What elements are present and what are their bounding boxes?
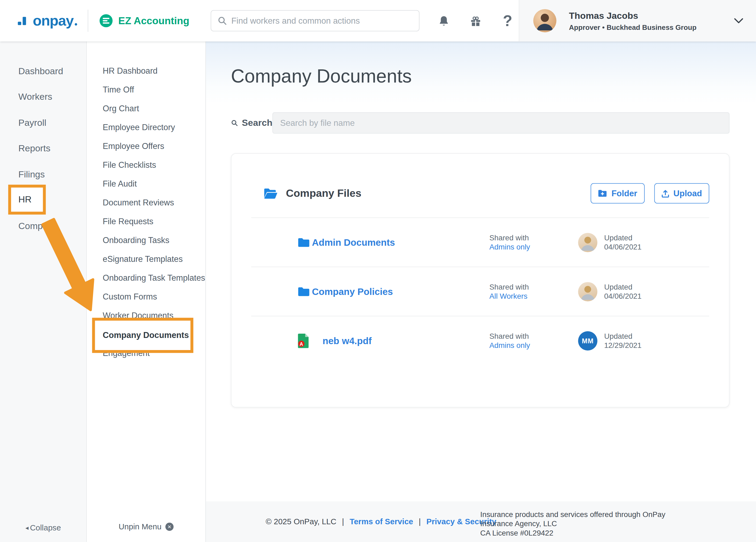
shared-with-link[interactable]: Admins only	[489, 242, 530, 252]
svg-text:A: A	[299, 341, 303, 347]
submenu-item-employee-offers[interactable]: Employee Offers	[87, 137, 205, 156]
submenu-item-time-off[interactable]: Time Off	[87, 80, 205, 99]
updated-date: 04/06/2021	[604, 242, 641, 252]
top-header: onpay EZ Accounting	[0, 0, 756, 41]
collapse-arrow-icon: ◂	[25, 524, 28, 531]
hr-submenu: HR Dashboard Time Off Org Chart Employee…	[87, 41, 206, 542]
file-search-row: Search	[231, 112, 729, 134]
folder-plus-icon	[598, 190, 607, 197]
submenu-item-file-checklists[interactable]: File Checklists	[87, 156, 205, 174]
sidebar-item-filings[interactable]: Filings	[0, 162, 86, 187]
new-folder-button[interactable]: Folder	[591, 183, 644, 203]
unpin-menu-label: Unpin Menu	[119, 522, 162, 531]
onpay-logo-mark	[17, 15, 30, 27]
company-brand-name: EZ Accounting	[118, 15, 189, 27]
upload-button[interactable]: Upload	[654, 183, 709, 203]
footer-separator: |	[342, 517, 344, 526]
submenu-item-org-chart[interactable]: Org Chart	[87, 99, 205, 118]
submenu-item-file-audit[interactable]: File Audit	[87, 174, 205, 193]
shared-with-label: Shared with	[489, 282, 529, 291]
updated-date: 12/29/2021	[604, 341, 641, 350]
user-avatar	[533, 9, 557, 32]
user-menu[interactable]: Thomas Jacobs Approver • Buckhead Busine…	[519, 0, 756, 41]
sidebar-item-dashboard[interactable]: Dashboard	[0, 58, 86, 84]
avatar-initials: MM	[582, 337, 594, 345]
updater-avatar	[578, 282, 597, 301]
unpin-menu-button[interactable]: Unpin Menu ✕	[87, 522, 205, 531]
file-search-field[interactable]	[272, 112, 729, 134]
question-mark-icon: ?	[503, 13, 512, 28]
page-title: Company Documents	[231, 66, 412, 87]
collapse-sidebar-button[interactable]: ◂ Collapse	[0, 523, 86, 532]
shared-with-link[interactable]: All Workers	[489, 291, 529, 301]
submenu-item-hr-dashboard[interactable]: HR Dashboard	[87, 62, 205, 81]
bell-icon	[438, 15, 450, 27]
updated-block: Updated 04/06/2021	[604, 233, 641, 251]
global-search-input[interactable]	[231, 16, 412, 26]
footer: © 2025 OnPay, LLC | Terms of Service | P…	[206, 501, 756, 542]
updated-label: Updated	[604, 282, 641, 291]
collapse-label: Collapse	[30, 523, 61, 532]
folder-icon	[298, 237, 310, 247]
sidebar-item-company[interactable]: Company	[0, 213, 86, 239]
shared-with-label: Shared with	[489, 233, 530, 242]
license-text: CA License #0L29422	[480, 528, 692, 538]
onpay-logo[interactable]: onpay	[17, 13, 77, 29]
updated-date: 04/06/2021	[604, 291, 641, 301]
shared-with-label: Shared with	[489, 331, 530, 341]
notifications-button[interactable]	[436, 13, 452, 29]
folder-link-company-policies[interactable]: Company Policies	[312, 286, 393, 297]
annotation-box-hr: HR	[8, 185, 46, 215]
file-search-input[interactable]	[280, 118, 722, 128]
person-silhouette-icon	[578, 233, 597, 252]
company-files-card: Company Files Folder	[231, 153, 729, 407]
submenu-item-onboarding-tasks[interactable]: Onboarding Tasks	[87, 231, 205, 250]
card-title: Company Files	[286, 187, 361, 200]
shared-with-block: Shared with Admins only	[489, 331, 530, 350]
submenu-item-onboarding-task-templates[interactable]: Onboarding Task Templates	[87, 269, 205, 287]
sidebar-item-workers[interactable]: Workers	[0, 84, 86, 110]
submenu-item-custom-forms[interactable]: Custom Forms	[87, 287, 205, 306]
main-content: Company Documents Search Company Files	[206, 41, 756, 501]
updater-avatar	[578, 233, 597, 252]
file-link-neb-w4-pdf[interactable]: neb w4.pdf	[323, 335, 372, 346]
circle-x-icon: ✕	[165, 523, 173, 531]
global-search[interactable]	[211, 10, 419, 31]
updated-label: Updated	[604, 233, 641, 242]
gift-icon	[470, 15, 482, 27]
copyright-text: © 2025 OnPay, LLC	[266, 517, 336, 526]
user-name: Thomas Jacobs	[569, 10, 697, 21]
submenu-item-document-reviews[interactable]: Document Reviews	[87, 193, 205, 212]
annotation-hr-label: HR	[18, 194, 31, 205]
file-row: Admin Documents Shared with Admins only …	[251, 218, 709, 267]
shared-with-block: Shared with All Workers	[489, 282, 529, 301]
search-icon	[217, 16, 227, 26]
help-button[interactable]: ?	[500, 13, 516, 29]
shared-with-block: Shared with Admins only	[489, 233, 530, 251]
sidebar-item-payroll[interactable]: Payroll	[0, 110, 86, 136]
user-info: Thomas Jacobs Approver • Buckhead Busine…	[569, 10, 697, 31]
folder-link-admin-documents[interactable]: Admin Documents	[312, 237, 395, 248]
shared-with-link[interactable]: Admins only	[489, 341, 530, 350]
rewards-button[interactable]	[468, 13, 484, 29]
user-role-company: Approver • Buckhead Business Group	[569, 23, 697, 31]
logo-dot	[75, 23, 77, 26]
submenu-item-file-requests[interactable]: File Requests	[87, 212, 205, 231]
submenu-item-employee-directory[interactable]: Employee Directory	[87, 118, 205, 137]
footer-separator: |	[419, 517, 421, 526]
pdf-file-icon: A	[298, 334, 310, 348]
file-row: A neb w4.pdf Shared with Admins only MM …	[251, 316, 709, 365]
new-folder-button-label: Folder	[611, 188, 637, 198]
updated-block: Updated 04/06/2021	[604, 282, 641, 301]
insurance-text: Insurance products and services offered …	[480, 510, 692, 528]
chevron-down-icon[interactable]	[734, 18, 744, 24]
ez-accounting-icon	[99, 13, 113, 28]
updated-block: Updated 12/29/2021	[604, 331, 641, 350]
submenu-item-esignature-templates[interactable]: eSignature Templates	[87, 250, 205, 269]
search-icon	[231, 119, 238, 127]
terms-of-service-link[interactable]: Terms of Service	[350, 517, 413, 526]
sidebar-item-reports[interactable]: Reports	[0, 136, 86, 162]
upload-icon	[661, 189, 669, 197]
primary-sidebar: Dashboard Workers Payroll Reports Filing…	[0, 41, 87, 542]
card-header: Company Files Folder	[263, 183, 709, 204]
